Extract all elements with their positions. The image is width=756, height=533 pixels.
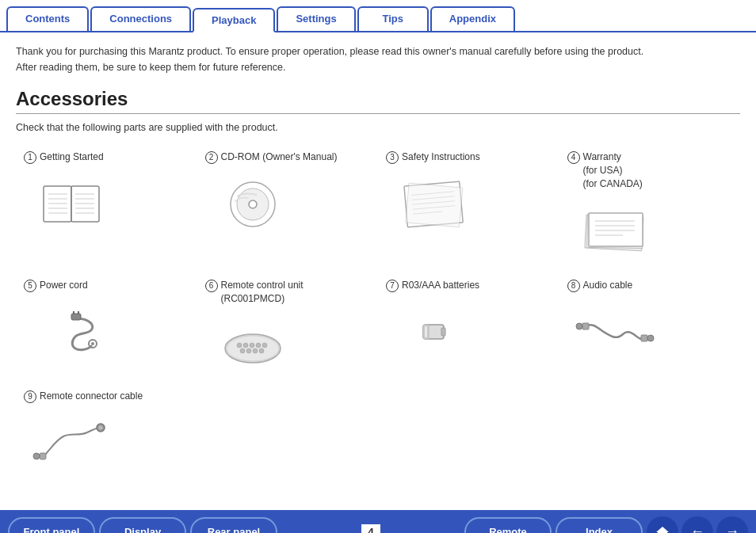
svg-rect-25 (589, 213, 643, 246)
accessory-7: 7 R03/AAA batteries (378, 274, 559, 382)
svg-rect-47 (441, 328, 445, 336)
svg-point-40 (256, 343, 261, 348)
front-panel-button[interactable]: Front panel (8, 517, 95, 533)
cd-rom-icon (209, 174, 296, 234)
intro-text: Thank you for purchasing this Marantz pr… (16, 44, 740, 75)
svg-point-51 (576, 323, 582, 329)
svg-point-36 (227, 336, 279, 361)
accessory-2: 2 CD-ROM (Owner's Manual) (197, 146, 379, 266)
svg-rect-50 (582, 323, 589, 329)
tab-tips[interactable]: Tips (357, 6, 429, 31)
rear-panel-button[interactable]: Rear panel (190, 517, 277, 533)
display-button[interactable]: Display (99, 517, 186, 533)
accessory-6: 6 Remote control unit(RC001PMCD) (197, 274, 379, 382)
forward-icon: → (725, 523, 739, 533)
nav-tabs: Contents Connections Playback Settings T… (0, 0, 756, 32)
audio-cable-icon (571, 303, 659, 362)
tab-contents[interactable]: Contents (6, 6, 89, 31)
svg-point-45 (259, 348, 264, 353)
accessory-8-num: 8 (567, 280, 580, 292)
index-button[interactable]: Index (556, 517, 643, 533)
section-subtitle: Check that the following parts are suppl… (16, 122, 740, 133)
accessory-1-num: 1 (24, 151, 36, 164)
accessory-3-label: 3 Safety Instructions (386, 150, 480, 164)
accessory-3: 3 Safety Instructions (378, 146, 559, 266)
accessory-6-num: 6 (205, 280, 218, 292)
svg-point-43 (246, 348, 251, 353)
main-content: Thank you for purchasing this Marantz pr… (0, 32, 756, 504)
power-cord-icon (28, 303, 115, 362)
accessory-1-label: 1 Getting Started (24, 150, 104, 164)
svg-rect-52 (641, 335, 647, 341)
accessory-1-image (24, 172, 119, 235)
accessory-6-image (205, 314, 300, 377)
svg-point-39 (250, 343, 254, 348)
accessory-4-num: 4 (567, 151, 580, 164)
tab-appendix[interactable]: Appendix (430, 6, 515, 31)
footer-nav: Front panel Display Rear panel 4 Remote … (0, 510, 756, 533)
accessory-5-label: 5 Power cord (24, 279, 88, 292)
accessory-3-num: 3 (386, 151, 399, 164)
accessory-8-label: 8 Audio cable (567, 279, 633, 292)
svg-point-15 (249, 200, 257, 208)
back-button[interactable]: ← (682, 516, 713, 533)
accessory-8-image (567, 300, 662, 364)
svg-point-57 (33, 453, 40, 459)
svg-rect-49 (425, 326, 427, 337)
accessory-6-label: 6 Remote control unit(RC001PMCD) (205, 279, 304, 306)
svg-point-37 (237, 343, 242, 348)
accessories-row3: 9 Remote connector cable (16, 385, 740, 488)
accessory-9: 9 Remote connector cable (16, 385, 197, 488)
accessory-7-num: 7 (386, 280, 399, 292)
svg-point-34 (91, 342, 94, 345)
accessory-7-image (386, 300, 481, 364)
accessory-8: 8 Audio cable (559, 274, 741, 382)
section-title: Accessories (16, 88, 740, 114)
page-number: 4 (361, 524, 380, 533)
accessory-4-label: 4 Warranty(for USA)(for CANADA) (567, 150, 643, 190)
getting-started-icon (28, 174, 115, 234)
svg-point-38 (243, 343, 248, 348)
svg-rect-56 (40, 453, 46, 459)
remote-control-icon (209, 315, 296, 375)
svg-point-44 (253, 348, 258, 353)
tab-settings[interactable]: Settings (277, 6, 355, 31)
accessory-3-image (386, 172, 481, 235)
tab-connections[interactable]: Connections (90, 6, 191, 31)
remote-connector-icon (28, 413, 115, 472)
safety-instructions-icon (390, 174, 477, 234)
home-button[interactable] (647, 516, 678, 533)
home-icon (655, 524, 670, 533)
warranty-icon (571, 200, 659, 260)
page-number-container: 4 (281, 524, 460, 533)
accessory-9-label: 9 Remote connector cable (24, 390, 143, 403)
accessory-4-image (567, 198, 662, 261)
svg-point-42 (240, 348, 245, 353)
svg-point-55 (99, 426, 103, 430)
accessory-5-num: 5 (24, 280, 36, 292)
footer-icons: ← → (647, 516, 748, 533)
battery-icon (390, 303, 477, 362)
svg-rect-22 (406, 183, 463, 227)
accessory-9-image (24, 411, 119, 474)
accessories-row2: 5 Power cord 6 (16, 274, 740, 382)
back-icon: ← (690, 523, 704, 533)
accessory-5-image (24, 300, 119, 364)
remote-button[interactable]: Remote (464, 517, 552, 533)
accessories-row1: 1 Getting Started (16, 146, 740, 266)
accessory-2-image (205, 172, 300, 235)
svg-rect-30 (71, 314, 81, 320)
accessory-5: 5 Power cord (16, 274, 197, 382)
accessory-1: 1 Getting Started (16, 146, 197, 266)
accessory-7-label: 7 R03/AAA batteries (386, 279, 479, 292)
svg-point-53 (647, 335, 654, 341)
accessory-2-num: 2 (205, 151, 218, 164)
accessory-9-num: 9 (24, 390, 36, 403)
accessory-4: 4 Warranty(for USA)(for CANADA) (559, 146, 741, 266)
tab-playback[interactable]: Playback (193, 8, 275, 32)
svg-point-41 (262, 343, 267, 348)
forward-button[interactable]: → (716, 516, 748, 533)
accessory-2-label: 2 CD-ROM (Owner's Manual) (205, 150, 338, 164)
